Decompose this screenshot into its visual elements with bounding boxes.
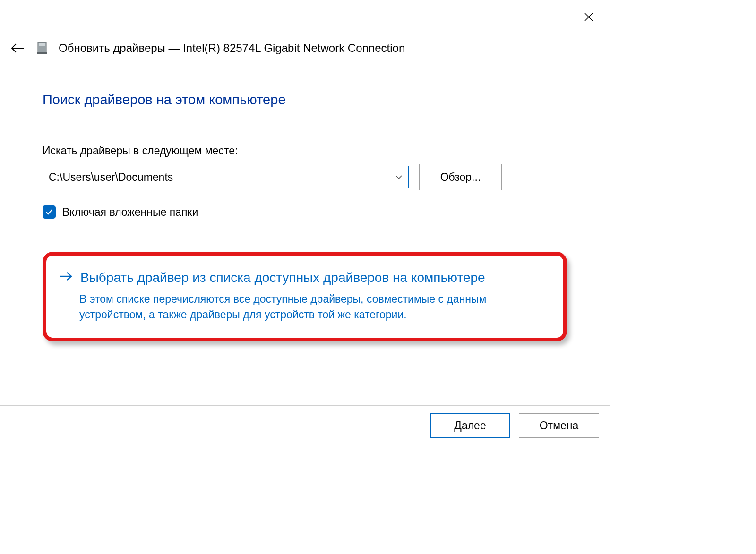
next-button[interactable]: Далее <box>430 413 510 438</box>
search-location-label: Искать драйверы в следующем месте: <box>43 145 567 157</box>
footer-separator <box>0 405 610 406</box>
chevron-down-icon <box>395 171 403 184</box>
browse-button[interactable]: Обзор... <box>419 164 502 190</box>
include-subfolders-label: Включая вложенные папки <box>62 206 198 219</box>
svg-rect-4 <box>39 43 45 46</box>
close-icon <box>584 12 593 22</box>
option-title: Выбрать драйвер из списка доступных драй… <box>80 269 485 287</box>
footer: Далее Отмена <box>430 413 599 438</box>
page-heading: Поиск драйверов на этом компьютере <box>43 92 567 108</box>
browse-button-label: Обзор... <box>440 171 481 184</box>
path-combobox[interactable]: C:\Users\user\Documents <box>43 166 409 188</box>
window-title: Обновить драйверы — Intel(R) 82574L Giga… <box>59 42 405 55</box>
back-button[interactable] <box>9 40 26 56</box>
include-subfolders-checkbox[interactable] <box>43 205 56 219</box>
option-description: В этом списке перечисляются все доступны… <box>79 291 551 323</box>
arrow-right-icon <box>59 271 73 285</box>
pick-from-list-option[interactable]: Выбрать драйвер из списка доступных драй… <box>43 252 567 341</box>
path-value: C:\Users\user\Documents <box>49 171 173 184</box>
device-icon <box>36 41 48 55</box>
next-button-label: Далее <box>454 419 486 432</box>
arrow-left-icon <box>9 40 26 56</box>
cancel-button-label: Отмена <box>540 419 579 432</box>
check-icon <box>45 208 53 216</box>
cancel-button[interactable]: Отмена <box>519 413 599 438</box>
header: Обновить драйверы — Intel(R) 82574L Giga… <box>9 40 405 56</box>
close-button[interactable] <box>582 10 595 24</box>
svg-rect-5 <box>37 52 47 54</box>
